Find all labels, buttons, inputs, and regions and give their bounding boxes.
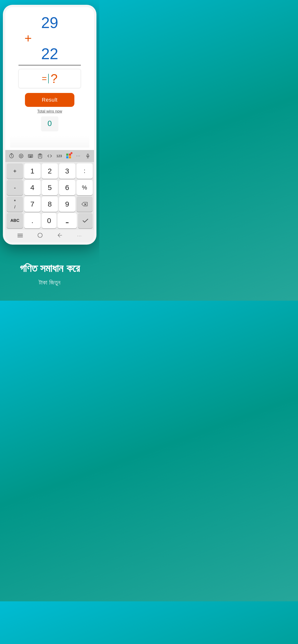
key-percent[interactable]: % xyxy=(77,180,93,195)
key-backspace[interactable] xyxy=(77,196,93,212)
nav-home-icon[interactable] xyxy=(37,233,43,239)
key-1[interactable]: 1 xyxy=(24,164,41,179)
toolbar-keyboard-icon[interactable] xyxy=(26,152,35,160)
key-minus: - xyxy=(14,184,16,191)
question-mark: ? xyxy=(51,72,58,86)
divider xyxy=(19,65,81,66)
nav-back-icon[interactable] xyxy=(58,233,62,239)
key-dot[interactable]: . xyxy=(24,213,41,228)
toolbar-more-icon[interactable]: ··· xyxy=(74,152,83,160)
svg-point-29 xyxy=(38,233,42,238)
phone-screen: 29 + 22 = ? Result Total wins now 0 xyxy=(5,7,94,242)
keyboard-row-2: - 4 5 6 % xyxy=(7,180,93,195)
key-5[interactable]: 5 xyxy=(42,180,58,195)
answer-box[interactable]: = ? xyxy=(19,69,81,88)
key-8[interactable]: 8 xyxy=(42,196,58,212)
keyboard-row-1: + 1 2 3 : xyxy=(7,164,93,179)
total-wins-label: Total wins now xyxy=(37,109,62,114)
second-number: 22 xyxy=(41,46,58,62)
first-number: 29 xyxy=(41,14,58,31)
key-check[interactable] xyxy=(78,213,93,228)
keyboard-row-4: ABC . 0 _ xyxy=(7,213,93,228)
key-minus-col[interactable]: - xyxy=(7,180,23,195)
svg-rect-21 xyxy=(87,154,89,156)
wins-count: 0 xyxy=(48,119,52,128)
key-7[interactable]: 7 xyxy=(24,196,41,212)
cursor-line xyxy=(48,74,49,84)
svg-point-2 xyxy=(19,154,23,158)
key-ops-col[interactable]: + xyxy=(7,164,23,179)
key-abc[interactable]: ABC xyxy=(7,213,23,228)
fade-overlay xyxy=(10,136,89,148)
math-area: 29 + 22 = ? Result Total wins now 0 xyxy=(5,7,94,150)
wins-count-box: 0 xyxy=(41,116,58,131)
key-colon[interactable]: : xyxy=(77,164,93,179)
svg-rect-17 xyxy=(66,154,68,156)
toolbar-code-icon[interactable] xyxy=(45,152,54,160)
toolbar-clipboard-icon[interactable] xyxy=(36,152,44,160)
bottom-section: গণিত সমাধান করে টাকা জিতুন xyxy=(0,250,99,301)
keyboard-row-3: * / 7 8 9 xyxy=(7,196,93,212)
key-multiply: * xyxy=(14,198,16,204)
toolbar-mic-icon[interactable] xyxy=(83,152,92,160)
key-3[interactable]: 3 xyxy=(59,164,75,179)
nav-menu-icon[interactable] xyxy=(18,233,23,238)
key-6[interactable]: 6 xyxy=(59,180,75,195)
svg-point-4 xyxy=(21,155,22,156)
svg-rect-20 xyxy=(69,156,71,158)
key-9[interactable]: 9 xyxy=(59,196,75,212)
svg-rect-18 xyxy=(69,154,71,156)
key-4[interactable]: 4 xyxy=(24,180,41,195)
key-2[interactable]: 2 xyxy=(42,164,58,179)
key-multiply-col[interactable]: * / xyxy=(7,196,23,212)
operator-row: + xyxy=(10,31,32,46)
toolbar-app-icon[interactable] xyxy=(64,152,73,160)
tagline-sub: টাকা জিতুন xyxy=(39,279,60,286)
toolbar-123-icon[interactable]: 123 xyxy=(55,152,64,160)
svg-point-3 xyxy=(20,155,21,156)
toolbar-emoji-icon[interactable] xyxy=(17,152,26,160)
key-divide: / xyxy=(14,204,15,210)
nav-bar: ··· xyxy=(5,230,94,242)
svg-rect-19 xyxy=(66,156,68,158)
nav-more-icon[interactable]: ··· xyxy=(77,234,82,238)
keyboard-section: 123 ··· xyxy=(5,150,94,242)
operator-symbol: + xyxy=(25,31,32,46)
tagline-main: গণিত সমাধান করে xyxy=(20,262,79,275)
keyboard-toolbar: 123 ··· xyxy=(5,150,94,162)
result-button[interactable]: Result xyxy=(25,93,74,107)
key-underscore[interactable]: _ xyxy=(58,213,77,228)
equals-sign: = xyxy=(42,74,47,84)
key-plus: + xyxy=(13,168,17,174)
keyboard-rows: + 1 2 3 : - 4 5 6 % xyxy=(5,162,94,230)
key-0[interactable]: 0 xyxy=(42,213,56,228)
phone-mockup: 29 + 22 = ? Result Total wins now 0 xyxy=(3,5,96,244)
toolbar-timer-icon[interactable] xyxy=(7,152,16,160)
